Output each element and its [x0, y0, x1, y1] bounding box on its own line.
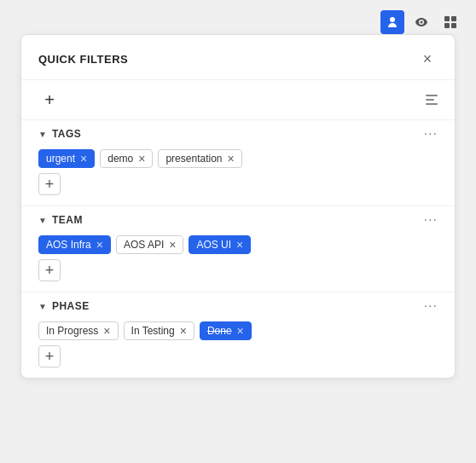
tag-demo-close[interactable]: × [138, 153, 145, 165]
team-tags-row: AOS Infra × AOS API × AOS UI × [38, 235, 438, 254]
tags-section-header: ▼ TAGS ··· [38, 127, 438, 141]
quick-filters-panel: QUICK FILTERS × + ▼ TAGS ··· urgen [20, 34, 456, 379]
team-title-row: ▼ TEAM [38, 214, 83, 226]
tag-done-label: Done [207, 325, 232, 337]
panel-title: QUICK FILTERS [38, 53, 128, 66]
tag-presentation[interactable]: presentation × [158, 149, 241, 168]
add-filter-button[interactable]: + [38, 89, 61, 111]
tag-demo-label: demo [107, 153, 133, 165]
tag-aos-infra-label: AOS Infra [46, 239, 91, 251]
tag-demo[interactable]: demo × [100, 149, 153, 168]
tag-in-progress-label: In Progress [46, 325, 98, 337]
eye-icon[interactable] [409, 10, 433, 34]
tags-more-button[interactable]: ··· [424, 127, 438, 141]
tag-presentation-label: presentation [165, 153, 222, 165]
tag-urgent-close[interactable]: × [80, 153, 87, 165]
team-section-header: ▼ TEAM ··· [38, 213, 438, 227]
tags-chevron[interactable]: ▼ [38, 130, 47, 139]
team-more-button[interactable]: ··· [424, 213, 438, 227]
tag-aos-infra[interactable]: AOS Infra × [38, 235, 111, 254]
tags-add-button[interactable]: + [38, 173, 61, 195]
tag-aos-api[interactable]: AOS API × [116, 235, 184, 254]
team-chevron[interactable]: ▼ [38, 216, 47, 225]
phase-tags-row: In Progress × In Testing × Done × [38, 321, 438, 340]
tag-in-testing[interactable]: In Testing × [124, 321, 194, 340]
tag-urgent-label: urgent [46, 153, 75, 165]
grid-icon[interactable] [438, 10, 462, 34]
list-view-icon[interactable] [426, 95, 438, 105]
person-icon[interactable] [380, 10, 404, 34]
tag-urgent[interactable]: urgent × [38, 149, 95, 168]
tags-row: urgent × demo × presentation × [38, 149, 438, 168]
toolbar-row: + [21, 80, 455, 119]
close-button[interactable]: × [417, 49, 438, 69]
team-add-button[interactable]: + [38, 259, 61, 281]
phase-section-header: ▼ PHASE ··· [38, 299, 438, 313]
tag-aos-ui-close[interactable]: × [236, 239, 243, 251]
tag-aos-infra-close[interactable]: × [96, 239, 103, 251]
svg-rect-3 [451, 23, 456, 28]
phase-title-row: ▼ PHASE [38, 300, 90, 312]
svg-rect-1 [451, 16, 456, 21]
team-section: ▼ TEAM ··· AOS Infra × AOS API × AOS UI … [21, 205, 455, 292]
svg-rect-0 [444, 16, 450, 21]
tag-in-progress[interactable]: In Progress × [38, 321, 119, 340]
tags-section: ▼ TAGS ··· urgent × demo × presentation … [21, 119, 455, 205]
tag-aos-api-close[interactable]: × [169, 239, 176, 251]
phase-section-title: PHASE [52, 300, 90, 312]
tag-done[interactable]: Done × [200, 321, 252, 340]
phase-chevron[interactable]: ▼ [38, 302, 47, 311]
tags-title-row: ▼ TAGS [38, 128, 81, 140]
panel-header: QUICK FILTERS × [21, 35, 455, 80]
tag-aos-ui-label: AOS UI [196, 239, 231, 251]
tag-in-testing-close[interactable]: × [180, 325, 187, 337]
tag-presentation-close[interactable]: × [227, 153, 234, 165]
tag-done-close[interactable]: × [237, 325, 244, 337]
tag-in-progress-close[interactable]: × [103, 325, 110, 337]
phase-add-button[interactable]: + [38, 345, 61, 368]
phase-more-button[interactable]: ··· [424, 299, 438, 313]
tag-aos-ui[interactable]: AOS UI × [189, 235, 251, 254]
phase-section: ▼ PHASE ··· In Progress × In Testing × D… [21, 292, 455, 378]
tag-in-testing-label: In Testing [131, 325, 175, 337]
svg-rect-2 [444, 23, 450, 28]
tag-aos-api-label: AOS API [124, 239, 164, 251]
team-section-title: TEAM [52, 214, 83, 226]
tags-section-title: TAGS [52, 128, 81, 140]
